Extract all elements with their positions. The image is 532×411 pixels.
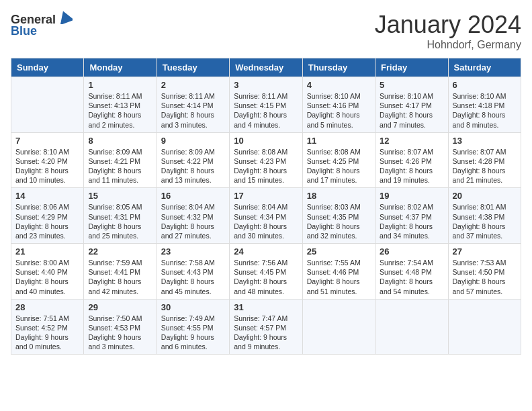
day-number: 23 (161, 246, 225, 257)
day-number: 29 (88, 302, 152, 312)
day-number: 14 (15, 191, 79, 201)
day-info: Sunrise: 7:50 AMSunset: 4:53 PMDaylight:… (88, 314, 152, 352)
table-row: 23Sunrise: 7:58 AMSunset: 4:43 PMDayligh… (157, 244, 229, 300)
daylight-text: Daylight: 9 hours and 6 minutes. (161, 332, 225, 351)
daylight-text: Daylight: 8 hours and 15 minutes. (234, 166, 298, 185)
page-title: January 2024 (375, 11, 521, 39)
sunrise-text: Sunrise: 7:53 AM (453, 258, 517, 267)
calendar-table: Sunday Monday Tuesday Wednesday Thursday… (11, 58, 521, 355)
day-number: 6 (453, 80, 517, 90)
daylight-text: Daylight: 8 hours and 3 minutes. (161, 110, 225, 129)
col-thursday: Thursday (302, 58, 375, 77)
sunset-text: Sunset: 4:20 PM (15, 156, 79, 166)
col-wednesday: Wednesday (230, 58, 302, 77)
day-number: 10 (234, 136, 298, 146)
sunset-text: Sunset: 4:26 PM (380, 156, 443, 166)
col-sunday: Sunday (11, 58, 84, 77)
sunrise-text: Sunrise: 7:59 AM (88, 258, 152, 267)
day-info: Sunrise: 7:58 AMSunset: 4:43 PMDaylight:… (161, 258, 225, 296)
col-saturday: Saturday (448, 58, 521, 77)
daylight-text: Daylight: 9 hours and 3 minutes. (88, 332, 152, 351)
sunset-text: Sunset: 4:25 PM (307, 156, 371, 166)
daylight-text: Daylight: 8 hours and 45 minutes. (161, 277, 225, 295)
daylight-text: Daylight: 8 hours and 19 minutes. (380, 166, 443, 185)
daylight-text: Daylight: 8 hours and 23 minutes. (15, 222, 79, 240)
table-row: 18Sunrise: 8:03 AMSunset: 4:35 PMDayligh… (302, 188, 375, 244)
day-number: 19 (380, 191, 443, 201)
sunrise-text: Sunrise: 8:11 AM (88, 91, 152, 101)
day-number: 17 (234, 191, 298, 201)
day-info: Sunrise: 7:55 AMSunset: 4:46 PMDaylight:… (307, 258, 371, 296)
daylight-text: Daylight: 8 hours and 32 minutes. (307, 222, 371, 240)
table-row: 29Sunrise: 7:50 AMSunset: 4:53 PMDayligh… (84, 299, 157, 355)
calendar-week-1: 1Sunrise: 8:11 AMSunset: 4:13 PMDaylight… (11, 77, 521, 133)
logo-bird-icon (58, 9, 73, 24)
day-number: 4 (307, 80, 371, 90)
calendar-week-3: 14Sunrise: 8:06 AMSunset: 4:29 PMDayligh… (11, 188, 521, 244)
daylight-text: Daylight: 8 hours and 51 minutes. (307, 277, 371, 295)
daylight-text: Daylight: 8 hours and 8 minutes. (453, 110, 517, 129)
daylight-text: Daylight: 8 hours and 2 minutes. (88, 110, 152, 129)
day-number: 20 (453, 191, 517, 201)
table-row: 15Sunrise: 8:05 AMSunset: 4:31 PMDayligh… (84, 188, 157, 244)
daylight-text: Daylight: 8 hours and 21 minutes. (453, 166, 517, 185)
sunrise-text: Sunrise: 7:50 AM (88, 314, 152, 323)
sunrise-text: Sunrise: 8:11 AM (161, 91, 225, 101)
daylight-text: Daylight: 8 hours and 4 minutes. (234, 110, 298, 129)
day-info: Sunrise: 8:10 AMSunset: 4:16 PMDaylight:… (307, 91, 371, 130)
daylight-text: Daylight: 8 hours and 37 minutes. (453, 222, 517, 240)
day-info: Sunrise: 8:09 AMSunset: 4:21 PMDaylight:… (88, 147, 152, 185)
sunset-text: Sunset: 4:41 PM (88, 267, 152, 277)
table-row: 13Sunrise: 8:07 AMSunset: 4:28 PMDayligh… (448, 132, 521, 188)
table-row: 17Sunrise: 8:04 AMSunset: 4:34 PMDayligh… (230, 188, 302, 244)
calendar-week-4: 21Sunrise: 8:00 AMSunset: 4:40 PMDayligh… (11, 244, 521, 300)
sunset-text: Sunset: 4:48 PM (380, 267, 443, 277)
table-row: 22Sunrise: 7:59 AMSunset: 4:41 PMDayligh… (84, 244, 157, 300)
sunset-text: Sunset: 4:37 PM (380, 212, 443, 222)
daylight-text: Daylight: 8 hours and 25 minutes. (88, 222, 152, 240)
table-row: 26Sunrise: 7:54 AMSunset: 4:48 PMDayligh… (375, 244, 448, 300)
table-row: 31Sunrise: 7:47 AMSunset: 4:57 PMDayligh… (230, 299, 302, 355)
day-info: Sunrise: 8:07 AMSunset: 4:28 PMDaylight:… (453, 147, 517, 185)
day-info: Sunrise: 8:04 AMSunset: 4:32 PMDaylight:… (161, 202, 225, 240)
table-row (302, 299, 375, 355)
daylight-text: Daylight: 8 hours and 13 minutes. (161, 166, 225, 185)
day-number: 3 (234, 80, 298, 90)
day-info: Sunrise: 7:49 AMSunset: 4:55 PMDaylight:… (161, 314, 225, 352)
title-block: January 2024 Hohndorf, Germany (375, 11, 521, 51)
daylight-text: Daylight: 8 hours and 11 minutes. (88, 166, 152, 185)
table-row: 9Sunrise: 8:09 AMSunset: 4:22 PMDaylight… (157, 132, 229, 188)
table-row: 20Sunrise: 8:01 AMSunset: 4:38 PMDayligh… (448, 188, 521, 244)
day-number: 27 (453, 246, 517, 257)
day-info: Sunrise: 8:05 AMSunset: 4:31 PMDaylight:… (88, 202, 152, 240)
sunrise-text: Sunrise: 8:08 AM (307, 147, 371, 156)
table-row: 14Sunrise: 8:06 AMSunset: 4:29 PMDayligh… (11, 188, 84, 244)
table-row: 8Sunrise: 8:09 AMSunset: 4:21 PMDaylight… (84, 132, 157, 188)
table-row: 7Sunrise: 8:10 AMSunset: 4:20 PMDaylight… (11, 132, 84, 188)
day-number: 9 (161, 136, 225, 146)
sunrise-text: Sunrise: 7:49 AM (161, 314, 225, 323)
sunrise-text: Sunrise: 8:07 AM (380, 147, 443, 156)
table-row: 6Sunrise: 8:10 AMSunset: 4:18 PMDaylight… (448, 77, 521, 133)
day-number: 24 (234, 246, 298, 257)
day-number: 15 (88, 191, 152, 201)
table-row: 25Sunrise: 7:55 AMSunset: 4:46 PMDayligh… (302, 244, 375, 300)
day-info: Sunrise: 8:10 AMSunset: 4:17 PMDaylight:… (380, 91, 443, 130)
logo: General Blue (11, 11, 73, 38)
day-number: 13 (453, 136, 517, 146)
daylight-text: Daylight: 8 hours and 40 minutes. (15, 277, 79, 295)
day-number: 2 (161, 80, 225, 90)
daylight-text: Daylight: 8 hours and 42 minutes. (88, 277, 152, 295)
sunrise-text: Sunrise: 8:04 AM (234, 202, 298, 212)
table-row (11, 77, 84, 133)
sunset-text: Sunset: 4:46 PM (307, 267, 371, 277)
day-info: Sunrise: 8:11 AMSunset: 4:13 PMDaylight:… (88, 91, 152, 130)
page-header: General Blue January 2024 Hohndorf, Germ… (11, 11, 521, 51)
day-info: Sunrise: 8:09 AMSunset: 4:22 PMDaylight:… (161, 147, 225, 185)
sunrise-text: Sunrise: 8:07 AM (453, 147, 517, 156)
table-row: 2Sunrise: 8:11 AMSunset: 4:14 PMDaylight… (157, 77, 229, 133)
sunset-text: Sunset: 4:40 PM (15, 267, 79, 277)
table-row: 27Sunrise: 7:53 AMSunset: 4:50 PMDayligh… (448, 244, 521, 300)
day-info: Sunrise: 8:08 AMSunset: 4:25 PMDaylight:… (307, 147, 371, 185)
sunrise-text: Sunrise: 8:08 AM (234, 147, 298, 156)
